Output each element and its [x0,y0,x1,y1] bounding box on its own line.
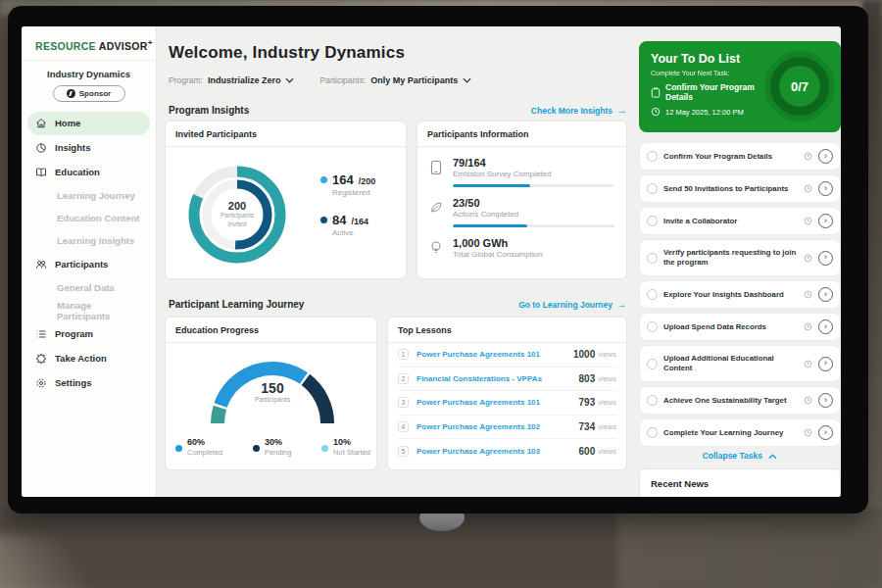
invited-count: 200 [228,200,246,212]
lesson-row-2[interactable]: 2 Financial Considerations - VPPAs 803vi… [398,368,616,392]
task-row-2[interactable]: Send 50 Invitations to Participants › [639,174,841,203]
sidebar-item-education[interactable]: Education [27,161,150,184]
sponsor-badge[interactable]: Sponsor [53,85,125,102]
lesson-link[interactable]: Power Purchase Agreements 101 [416,350,573,359]
lesson-views: 600 [579,446,596,457]
pending-clock-icon [804,360,812,368]
active-dot-icon [320,217,327,223]
logo-advisor: ADVISOR [99,40,148,52]
card-title-lessons: Top Lessons [388,318,626,343]
todo-header-card: Your To Do List Complete Your Next Task:… [639,41,841,132]
lesson-row-5[interactable]: 5 Power Purchase Agreements 103 600views [398,439,616,464]
sidebar-item-label: Learning Insights [57,235,134,246]
task-row-7[interactable]: Upload Additional Educational Content › [639,345,841,382]
link-label: Go to Learning Journey [518,300,612,310]
sidebar-item-label: Manage Participants [57,300,142,321]
task-row-3[interactable]: Invite a Collaborator › [639,207,841,235]
task-open-button[interactable]: › [818,357,833,371]
gauge-center-label: 150 Participants [199,380,346,403]
sidebar-item-settings[interactable]: Settings [27,371,150,395]
sidebar-item-label: Take Action [55,353,107,364]
program-insights-header: Program Insights Check More Insights→ [169,105,627,116]
task-checkbox[interactable] [647,427,658,438]
task-open-button[interactable]: › [818,425,833,440]
check-more-insights-link[interactable]: Check More Insights→ [531,105,627,116]
sidebar-item-manage-participants[interactable]: Manage Participants [27,300,150,321]
participants-select-value: Only My Participants [370,75,458,85]
lesson-rank: 5 [398,446,409,457]
sidebar-item-education-content[interactable]: Education Content [27,208,150,229]
not-started-dot-icon [321,445,328,452]
insights-icon [35,142,47,154]
task-row-4[interactable]: Verify participants requesting to join t… [639,239,841,276]
task-open-button[interactable]: › [818,181,833,196]
sidebar-item-label: Program [55,328,93,339]
task-row-6[interactable]: Upload Spend Data Records › [639,313,841,341]
desk-reflection [0,534,152,588]
task-checkbox[interactable] [647,253,658,264]
task-open-button[interactable]: › [818,214,833,228]
lesson-views-suffix: views [598,447,616,456]
emission-survey-row: 79/164 Emission Survey Completed [429,157,614,187]
app-logo: RESOURCE ADVISOR+ [22,26,156,61]
sidebar-item-general-data[interactable]: General Data [27,277,150,299]
lesson-link[interactable]: Power Purchase Agreements 103 [416,447,579,456]
task-open-button[interactable]: › [818,149,833,164]
task-row-1[interactable]: Confirm Your Program Details › [639,142,841,171]
lesson-views-suffix: views [598,374,616,383]
sidebar-item-program[interactable]: Program [27,322,150,346]
pending-clock-icon [804,184,812,193]
legend-active: 84/164 Active [320,213,375,237]
logo-resource: RESOURCE [35,40,96,52]
actions-completed-bar-fill [453,224,527,227]
sidebar-item-label: Learning Journey [57,190,135,201]
sidebar-item-learning-insights[interactable]: Learning Insights [27,230,150,252]
invited-legend: 164/200 Registered 84/164 Active [320,172,375,253]
invited-donut-chart: 200 Participants Invited [183,161,291,269]
collapse-tasks-link[interactable]: Collapse Tasks [639,451,841,461]
lesson-link[interactable]: Power Purchase Agreements 101 [416,398,579,407]
task-row-9[interactable]: Complete Your Learning Journey › [639,418,841,447]
task-checkbox[interactable] [647,395,658,406]
lesson-rank: 2 [398,373,409,384]
task-row-8[interactable]: Achieve One Sustainability Target › [639,386,841,415]
task-checkbox[interactable] [647,321,658,332]
sidebar-item-label: Education Content [57,213,139,223]
education-gauge-chart: 150 Participants [199,353,346,431]
program-select[interactable]: Program: Industrialize Zero [169,75,294,85]
pending-dot-icon [253,445,260,452]
task-label: Confirm Your Program Details [663,152,798,162]
sidebar-item-home[interactable]: Home [27,112,150,135]
gauge-count-label: Participants [199,396,346,403]
task-open-button[interactable]: › [818,393,833,408]
task-open-button[interactable]: › [818,287,833,302]
lesson-row-3[interactable]: 3 Power Purchase Agreements 101 793views [398,391,616,416]
sidebar-item-participants[interactable]: Participants [27,253,150,276]
lesson-row-1[interactable]: 1 Power Purchase Agreements 101 1000view… [398,343,616,368]
todo-progress-badge: 0/7 [770,57,829,116]
settings-icon [35,377,47,389]
lesson-link[interactable]: Financial Considerations - VPPAs [416,374,579,383]
task-checkbox[interactable] [647,183,658,194]
lesson-row-4[interactable]: 4 Power Purchase Agreements 102 734views [398,416,616,440]
sidebar-item-insights[interactable]: Insights [27,136,150,160]
task-open-button[interactable]: › [818,319,833,334]
lesson-link[interactable]: Power Purchase Agreements 102 [416,422,579,431]
invited-participants-card: Invited Participants 200 Participants In… [165,121,407,279]
task-checkbox[interactable] [647,151,658,162]
lesson-views: 803 [579,373,596,384]
sidebar-item-take-action[interactable]: Take Action [27,347,150,370]
learning-journey-header: Participant Learning Journey Go to Learn… [169,299,627,310]
section-title-learning-journey: Participant Learning Journey [169,299,304,310]
lesson-views-suffix: views [598,350,616,359]
task-checkbox[interactable] [647,216,658,226]
participants-select[interactable]: Participants: Only My Participants [319,75,471,85]
sidebar-item-learning-journey[interactable]: Learning Journey [27,185,150,207]
task-open-button[interactable]: › [818,251,833,266]
legend-registered: 164/200 Registered [320,172,375,197]
task-row-5[interactable]: Explore Your Insights Dashboard › [639,280,841,309]
task-checkbox[interactable] [647,359,658,369]
task-checkbox[interactable] [647,289,658,300]
go-to-learning-journey-link[interactable]: Go to Learning Journey→ [518,299,627,310]
program-select-value: Industrialize Zero [208,75,281,85]
